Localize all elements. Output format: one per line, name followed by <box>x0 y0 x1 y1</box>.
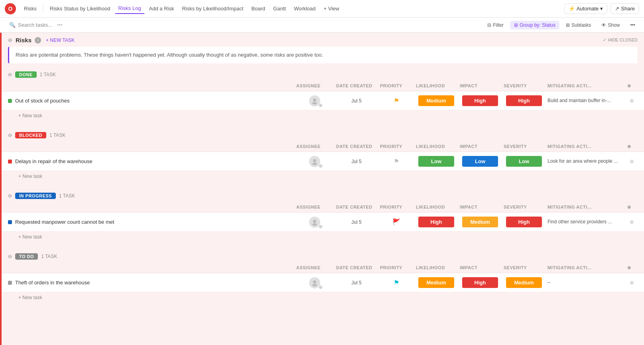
group-by-icon: ⊞ <box>514 22 518 28</box>
toolbar: 🔍 Search tasks... ••• ⊟ Filter ⊞ Group b… <box>0 18 644 33</box>
nav-risks-status[interactable]: Risks Status by Likelihood <box>47 4 114 14</box>
section-blocked-header[interactable]: ⊖ BLOCKED 1 TASK <box>2 129 644 142</box>
nav-risks-log[interactable]: Risks Log <box>115 3 144 14</box>
section-divider-3 <box>2 244 644 250</box>
subtasks-button[interactable]: ⊞ Subtasks <box>562 21 595 30</box>
nav-board[interactable]: Board <box>248 4 268 14</box>
col-assignee: ASSIGNEE <box>295 83 335 89</box>
date-cell: Jul 5 <box>335 280 378 286</box>
table-row[interactable]: Out of stock of pouches Jul 5 ⚑ Medium H… <box>2 91 644 110</box>
nav-view[interactable]: + View <box>321 4 343 14</box>
share-icon: ↗ <box>615 6 619 12</box>
filter-label: Filter <box>493 22 504 28</box>
col-add: ⊕ <box>626 83 638 89</box>
col-mitigating: MITIGATING ACTI... <box>546 83 626 89</box>
automate-button[interactable]: ⚡ Automate ▾ <box>564 3 608 14</box>
show-button[interactable]: 👁 Show <box>597 21 624 30</box>
section-divider-2 <box>2 183 644 189</box>
col-severity-b: SEVERITY <box>502 143 546 150</box>
done-collapse-icon[interactable]: ⊖ <box>8 72 12 77</box>
table-row[interactable]: Theft of orders in the warehouse Jul 5 ⚑… <box>2 273 644 292</box>
section-todo-header[interactable]: ⊖ TO DO 1 TASK <box>2 250 644 263</box>
mitigating-cell: Find other service providers ... <box>546 219 626 225</box>
assignee-cell <box>295 217 335 228</box>
share-label: Share <box>621 6 635 12</box>
section-in-progress-header[interactable]: ⊖ IN PROGRESS 1 TASK <box>2 189 644 202</box>
blocked-collapse-icon[interactable]: ⊖ <box>8 132 12 138</box>
done-task-count: 1 TASK <box>40 72 56 77</box>
table-row[interactable]: Requested manpower count cannot be met J… <box>2 213 644 232</box>
add-col[interactable]: ⊕ <box>626 280 638 286</box>
hide-closed-button[interactable]: ✓ HIDE CLOSED <box>603 37 638 43</box>
impact-cell: High <box>458 277 502 288</box>
impact-tag: High <box>462 95 498 106</box>
col-assignee-ip: ASSIGNEE <box>295 204 335 211</box>
todo-collapse-icon[interactable]: ⊖ <box>8 254 12 259</box>
task-name: Delays in repair of the warehouse <box>15 158 93 164</box>
svg-point-4 <box>313 220 316 223</box>
section-done-header[interactable]: ⊖ DONE 1 TASK <box>2 68 644 81</box>
priority-flag: ⚑ <box>394 158 399 165</box>
col-date-b: DATE CREATED <box>335 143 378 150</box>
nav-add-risk[interactable]: Add a Risk <box>146 4 177 14</box>
todo-badge: TO DO <box>15 253 38 260</box>
automate-chevron: ▾ <box>600 6 603 12</box>
severity-cell: Medium <box>502 277 546 288</box>
table-row[interactable]: Delays in repair of the warehouse Jul 5 … <box>2 152 644 171</box>
task-name: Theft of orders in the warehouse <box>15 280 90 286</box>
priority-cell: ⚑ <box>378 279 414 286</box>
col-mitigating-td: MITIGATING ACTI... <box>546 264 626 271</box>
col-add-ip: ⊕ <box>626 204 638 211</box>
done-table-header: ASSIGNEE DATE CREATED PRIORITY LIKELIHOO… <box>2 81 644 91</box>
col-assignee-td: ASSIGNEE <box>295 264 335 271</box>
automate-icon: ⚡ <box>569 6 575 12</box>
col-date-ip: DATE CREATED <box>335 204 378 211</box>
severity-tag: Low <box>506 156 542 167</box>
todo-table-header: ASSIGNEE DATE CREATED PRIORITY LIKELIHOO… <box>2 263 644 273</box>
list-collapse-icon[interactable]: ⊖ <box>8 37 12 43</box>
new-task-row[interactable]: + New task <box>2 110 644 122</box>
show-label: Show <box>608 22 620 28</box>
date-cell: Jul 5 <box>335 219 378 225</box>
share-button[interactable]: ↗ Share <box>611 3 639 14</box>
nav-risks[interactable]: Risks <box>21 4 40 14</box>
info-icon[interactable]: i <box>35 37 41 43</box>
filter-button[interactable]: ⊟ Filter <box>483 21 508 30</box>
add-col[interactable]: ⊕ <box>626 98 638 104</box>
task-name: Requested manpower count cannot be met <box>15 219 114 225</box>
app-icon: O <box>5 3 16 14</box>
group-by-label: Group by: Status <box>520 22 555 28</box>
task-status-dot <box>8 160 12 164</box>
add-col[interactable]: ⊕ <box>626 219 638 225</box>
likelihood-tag: High <box>418 217 454 227</box>
impact-tag: High <box>462 277 498 288</box>
new-task-row[interactable]: + New task <box>2 232 644 244</box>
nav-workload[interactable]: Workload <box>291 4 319 14</box>
col-mitigating-b: MITIGATING ACTI... <box>546 143 626 150</box>
more-options-button[interactable]: ••• <box>626 21 639 30</box>
todo-task-count: 1 TASK <box>41 254 57 259</box>
blocked-badge: BLOCKED <box>15 132 46 138</box>
likelihood-cell: Medium <box>414 277 458 288</box>
search-box[interactable]: 🔍 Search tasks... ••• <box>5 20 67 30</box>
automate-label: Automate <box>577 6 599 12</box>
date-cell: Jul 5 <box>335 159 378 164</box>
filter-icon: ⊟ <box>487 22 491 28</box>
task-name-cell: Out of stock of pouches <box>8 98 295 104</box>
group-by-button[interactable]: ⊞ Group by: Status <box>510 21 559 30</box>
impact-tag: Medium <box>462 217 498 227</box>
priority-cell: ⚑ <box>378 158 414 165</box>
new-task-row[interactable]: + New task <box>2 292 644 304</box>
col-likelihood-ip: LIKELIHOOD <box>414 204 458 211</box>
in-progress-collapse-icon[interactable]: ⊖ <box>8 193 12 199</box>
nav-gantt[interactable]: Gantt <box>270 4 289 14</box>
new-task-row[interactable]: + New task <box>2 171 644 183</box>
nav-separator-1 <box>43 5 43 13</box>
nav-risks-likelihood[interactable]: Risks by Likelihood/Impact <box>179 4 246 14</box>
section-done: ⊖ DONE 1 TASK ASSIGNEE DATE CREATED PRIO… <box>2 68 644 122</box>
svg-point-0 <box>313 99 316 102</box>
new-task-button[interactable]: + NEW TASK <box>46 37 75 43</box>
svg-point-2 <box>313 159 316 162</box>
col-impact: IMPACT <box>458 83 502 89</box>
add-col[interactable]: ⊕ <box>626 158 638 164</box>
